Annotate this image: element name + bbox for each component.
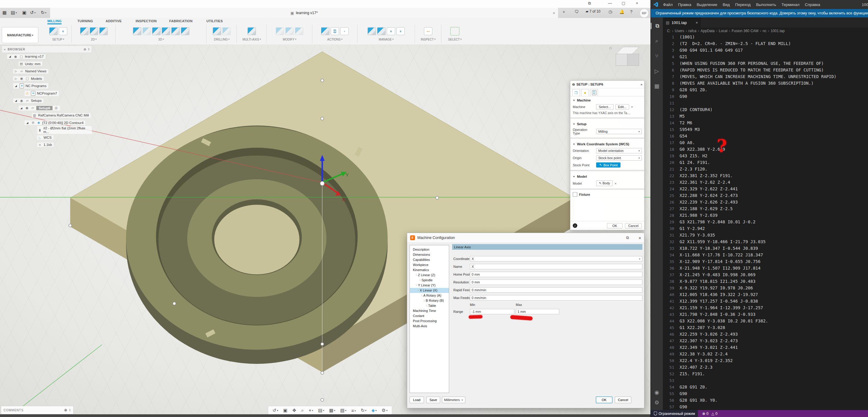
group-label[interactable]: MULTI-AXIS▾ <box>242 38 261 41</box>
group-label[interactable]: 3D▾ <box>158 38 164 41</box>
eye-icon[interactable]: ◉ <box>20 77 24 81</box>
config-tree-item[interactable]: X Linear (X) <box>410 288 449 293</box>
template-library-icon[interactable]: S <box>396 27 405 35</box>
config-tree-item[interactable]: Z Linear (Z) <box>410 273 449 278</box>
code-line[interactable]: 38X-9.877 Y18.815 I21.245 J0.483 <box>663 278 868 285</box>
explorer-icon[interactable]: ⧉ <box>651 23 663 29</box>
grid-snaps-icon[interactable]: ▦▾ <box>329 408 335 413</box>
menu-terminal[interactable]: Терминал <box>779 2 802 7</box>
dialog-titlebar[interactable]: F Machine Configuration ⧉ × <box>407 233 644 243</box>
load-button[interactable]: Load <box>409 396 424 403</box>
scallop-icon[interactable] <box>171 27 180 35</box>
tab-fabrication[interactable]: FABRICATION <box>169 19 193 23</box>
config-tree-item[interactable]: Coolant <box>410 314 449 319</box>
tab-close-icon[interactable]: × <box>695 21 698 25</box>
minimize-icon[interactable]: — <box>606 1 615 5</box>
code-editor[interactable]: 1(1001)2(T2 D=2. CR=0. - ZMIN=-2.5 - FLA… <box>663 34 868 410</box>
setup-tab[interactable]: ❒ <box>572 89 580 96</box>
code-line[interactable]: 33X10.722 Y-18.347 I-0.544 J0.839 <box>663 245 868 251</box>
code-line[interactable]: 3G90 G94 G91.1 G40 G49 G17 <box>663 47 868 54</box>
code-line[interactable]: 55G90 <box>663 390 868 397</box>
save-button[interactable]: Save <box>426 396 440 403</box>
config-tree-item[interactable]: Workpiece <box>410 262 449 267</box>
max-feedrate-field[interactable]: 0 mm/min <box>470 295 642 300</box>
ok-button[interactable]: OK <box>607 223 623 229</box>
code-line[interactable]: 2(T2 D=2. CR=0. - ZMIN=-2.5 - FLAT END M… <box>663 40 868 47</box>
code-line[interactable]: 56G28 G91 X0. Y0. <box>663 397 868 404</box>
code-line[interactable]: 27X22.188 Y-2.629 Z-2.5 <box>663 205 868 212</box>
post-process-icon[interactable]: G1G2 <box>331 27 339 35</box>
group-label[interactable]: DRILLING▾ <box>214 38 229 41</box>
restricted-mode-banner[interactable]: Ограниченный режим предназначен для прос… <box>651 9 868 18</box>
add-comment-icon[interactable]: ⊕ <box>64 408 67 412</box>
help-icon[interactable]: ? <box>630 9 632 14</box>
code-line[interactable]: 15S9549 M3 <box>663 126 868 133</box>
stock-tab[interactable]: ■ <box>581 89 589 96</box>
measure-icon[interactable]: ⟷ <box>424 27 432 35</box>
tab-additive[interactable]: ADDITIVE <box>105 19 122 23</box>
model-body-button[interactable]: ↖ Body <box>596 180 613 186</box>
tree-row[interactable]: ≡1.1kb <box>2 141 92 149</box>
layers-icon[interactable]: ≡▾ <box>351 408 356 413</box>
cancel-button[interactable]: Cancel <box>615 396 631 403</box>
code-line[interactable]: 45G1 X22.207 Y-3.028 <box>663 324 868 331</box>
config-tree-item[interactable]: A Rotary (A) <box>410 293 449 298</box>
expanded-icon[interactable]: ◢ <box>25 121 29 124</box>
pan-icon[interactable]: ✥ <box>292 408 297 413</box>
rapid-feedrate-field[interactable]: 0 mm/min <box>470 287 642 293</box>
source-control-icon[interactable]: ⑂ <box>651 53 663 59</box>
code-line[interactable]: 41X12.399 Y17.257 I-0.546 J-0.838 <box>663 298 868 304</box>
group-label[interactable]: MANAGE▾ <box>379 38 393 41</box>
comments-icon[interactable]: 🗨 <box>575 9 579 14</box>
config-tree-item[interactable]: Description <box>410 247 449 252</box>
config-tree-item[interactable]: Capabilities <box>410 257 449 262</box>
orbit-icon[interactable]: ↺▾ <box>273 408 278 413</box>
comments-bar[interactable]: COMMENTS ⊕ ‖ <box>1 406 73 414</box>
code-line[interactable]: 7(MOVES, WHICH CAN INCREASE MACHINING TI… <box>663 73 868 80</box>
expanded-icon[interactable]: ◢ <box>8 55 12 58</box>
tree-row[interactable]: ◢GNC Programs <box>2 82 92 90</box>
code-line[interactable]: 20G1 Z4. F191. <box>663 159 868 166</box>
code-line[interactable]: 54G28 G91 Z0. <box>663 384 868 390</box>
group-label[interactable]: INSPECT▾ <box>421 38 435 41</box>
breadcrumb-item[interactable]: 1001.tap› <box>771 29 784 33</box>
code-line[interactable]: 44G3 X22.008 Y-3.038 I0.2 J0.01 F382. <box>663 318 868 324</box>
code-line[interactable]: 37X-21.245 Y-0.483 I0.998 J0.069 <box>663 271 868 278</box>
code-line[interactable]: 10G90 <box>663 93 868 100</box>
code-line[interactable]: 13M5 <box>663 113 868 119</box>
new-tab-icon[interactable]: ＋ <box>562 9 566 15</box>
code-line[interactable]: 1(1001) <box>663 34 868 40</box>
tab-utilities[interactable]: UTILITIES <box>207 19 223 23</box>
refresh-icon[interactable]: ↻▾ <box>361 408 366 413</box>
section-machine[interactable]: ▼Machine <box>570 96 644 103</box>
post-library-icon[interactable]: G <box>387 27 395 35</box>
orientation-select[interactable]: Model orientation▾ <box>596 148 642 153</box>
tree-row[interactable]: ◢◉▢learning v17 <box>2 53 92 60</box>
code-line[interactable]: 18G0 X22.388 Y-2.619 <box>663 146 868 152</box>
breadcrumb-item[interactable]: nc› <box>763 29 771 33</box>
code-line[interactable]: 48X22.349 Y-3.021 Z-2.441 <box>663 344 868 351</box>
job-history-icon[interactable]: ◷ <box>609 9 612 14</box>
multiaxis-contour-icon[interactable] <box>248 27 256 35</box>
code-line[interactable]: 46X22.259 Y-3.026 Z-2.493 <box>663 331 868 337</box>
tool-library-icon[interactable] <box>368 27 376 35</box>
part-bore-floor[interactable] <box>214 205 300 274</box>
code-line[interactable]: 40X12.005 Y18.436 I9.322 J-19.927 <box>663 291 868 298</box>
tree-row[interactable]: ▷▱Named Views <box>2 67 92 75</box>
menu-go[interactable]: Переход <box>733 2 753 7</box>
collapsed-icon[interactable]: ▷ <box>14 70 18 73</box>
extensions-icon[interactable]: ▦ <box>651 83 663 89</box>
delete-toolpath-icon[interactable] <box>285 27 294 35</box>
collapsed-icon[interactable]: ▷ <box>14 77 18 80</box>
setup-dialog-header[interactable]: ⊖ SETUP : SETUP6 » <box>570 81 644 88</box>
eye-icon[interactable]: ◉ <box>25 106 29 110</box>
code-line[interactable]: 42X21.159 Y-1.964 I-12.399 J-17.257 <box>663 304 868 311</box>
code-line[interactable]: 29G3 X21.798 Y-2.848 I0.01 J-0.2 <box>663 218 868 225</box>
tree-row[interactable]: ∟WCS <box>2 134 92 141</box>
tree-row[interactable]: ⚠GNCProgram7 <box>2 90 92 97</box>
tree-row[interactable]: ▤Units: mm <box>2 60 92 68</box>
tree-row[interactable]: ▥RafCamera RafCamera CNC Mill <box>2 112 92 119</box>
eye-off-icon[interactable]: ⊘ <box>31 121 35 125</box>
code-line[interactable]: 28X21.988 Y-2.639 <box>663 212 868 218</box>
clear-machine-icon[interactable]: × <box>631 105 633 109</box>
